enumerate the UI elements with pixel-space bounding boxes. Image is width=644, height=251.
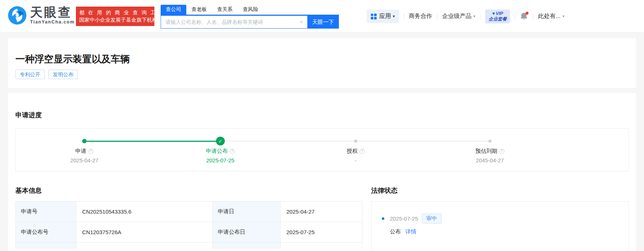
apps-grid-icon [371,14,377,19]
divider [515,14,515,19]
cell-value: 2025-07-25 [281,222,362,242]
timeline-dot-filed [82,139,87,143]
help-icon[interactable]: ? [499,149,504,154]
timeline-step-published: 申请公布? 2025-07-25 [206,148,235,163]
patent-detail-card: 申请进度 ✓ 申请? 2025-04-27 申请公布? 2025-07-25 授… [8,93,636,251]
tag-invention-publication: 发明公布 [48,70,78,79]
cell-label: 申请号 [16,202,76,222]
chevron-down-icon: ▾ [473,14,476,19]
vip-package-button[interactable]: ♥VIP 企业套餐 [485,10,510,23]
tianyancha-logo-icon [8,6,26,25]
search-tab-company[interactable]: 查公司 [161,5,186,15]
step-label: 授权 [347,148,358,155]
cell-label: 申请日 [213,202,281,222]
step-label: 预估到期 [475,148,497,155]
cell-value: CN120375726A [76,222,213,242]
logo-brand-text: 天眼查 [30,6,75,18]
search-tab-risk[interactable]: 查风险 [238,5,263,15]
promo-banner-line2: 国家中小企业发展子基金旗下机构 [79,16,151,23]
divider [437,14,438,19]
vip-label-line2: 企业套餐 [489,16,507,22]
vip-label-line1: VIP [496,11,503,16]
search-tab-relation[interactable]: 查关系 [212,5,238,15]
legal-status-detail-link[interactable]: 详情 [405,228,416,235]
search-input[interactable] [161,15,307,29]
legal-status-heading: 法律状态 [371,186,629,195]
apps-label: 应用 [379,12,391,20]
apps-menu-button[interactable]: 应用 ▾ [367,10,399,23]
timeline-check-icon: ✓ [216,137,225,145]
cell-value: 2025-04-27 [281,202,362,222]
nav-enterprise-products[interactable]: 企业级产品 ▾ [442,12,476,20]
basic-info-heading: 基本信息 [15,186,362,195]
search-tabs: 查公司 查老板 查关系 查风险 [161,5,339,15]
patent-tags: 专利公开 发明公布 [15,70,629,79]
step-date: 2025-07-25 [206,157,235,163]
divider [480,14,480,19]
timeline-dot-granted [354,140,357,143]
cell-label: 申请公布号 [16,222,76,242]
legal-status-date: 2025-07-25 [390,215,418,222]
notification-bell-button[interactable] [520,12,528,21]
promo-banner: 都 在 用 的 商 业 查 询 工 具 国家中小企业发展子基金旗下机构 [76,7,154,26]
notification-dot [526,12,528,15]
header-nav: 应用 ▾ 商务合作 企业级产品 ▾ ♥VIP 企业套餐 此处有... ▾ [367,0,564,33]
chevron-down-icon: ▾ [393,14,395,19]
timeline-step-granted: 授权? - [347,148,365,163]
patent-title: 一种浮空显示装置以及车辆 [15,53,629,64]
chevron-down-icon: ▾ [562,14,564,19]
clear-input-icon[interactable]: × [300,19,303,25]
cell-label: 申请公布日 [213,222,281,242]
vip-shield-icon: ♥ [492,11,495,16]
progress-section-heading: 申请进度 [15,111,629,119]
enterprise-products-label: 企业级产品 [442,12,472,20]
basic-info-table: 申请号 CN202510543335.6 申请日 2025-04-27 申请公布… [15,201,362,249]
search-area: 查公司 查老板 查关系 查风险 × 天眼一下 [161,5,339,29]
legal-status-box: 2025-07-25 审中 公布 详情 [371,201,629,251]
tag-patent-publication: 专利公开 [15,70,45,79]
timeline-step-filed: 申请? 2025-04-27 [70,148,99,163]
help-icon[interactable]: ? [88,149,94,154]
help-icon[interactable]: ? [230,149,235,154]
search-tab-boss[interactable]: 查老板 [186,5,212,15]
nav-business-cooperation[interactable]: 商务合作 [409,12,432,20]
top-header: 天眼查 TianYanCha.com 都 在 用 的 商 业 查 询 工 具 国… [0,0,644,33]
table-row: 申请号 CN202510543335.6 申请日 2025-04-27 [16,202,362,222]
timeline-dot-expiry [488,140,491,143]
step-date: 2025-04-27 [70,157,99,163]
divider [533,14,533,19]
timeline-track-completed [84,141,220,142]
application-progress-timeline: ✓ 申请? 2025-04-27 申请公布? 2025-07-25 授权? - … [15,128,629,171]
nav-more-menu[interactable]: 此处有... ▾ [538,12,564,20]
search-button[interactable]: 天眼一下 [307,15,339,29]
logo-domain-text: TianYanCha.com [30,19,75,25]
table-row: 申请公布号 CN120375726A 申请公布日 2025-07-25 [16,222,362,243]
table-row-partial [16,243,362,249]
status-badge: 审中 [422,214,442,224]
cell-value: CN202510543335.6 [76,202,213,222]
more-menu-label: 此处有... [538,12,560,20]
legal-status-item: 2025-07-25 审中 [382,214,628,224]
step-label: 申请 [76,148,87,155]
promo-banner-line1: 都 在 用 的 商 业 查 询 工 具 [79,9,151,16]
divider [404,14,404,19]
bullet-dot [382,217,384,220]
step-date: 2045-04-27 [475,157,504,163]
legal-status-event-row: 公布 详情 [390,228,628,235]
legal-status-event: 公布 [390,228,401,235]
tianyancha-logo[interactable]: 天眼查 TianYanCha.com [8,6,75,25]
step-label: 申请公布 [206,148,228,155]
patent-title-card: 一种浮空显示装置以及车辆 专利公开 发明公布 [8,38,636,88]
help-icon[interactable]: ? [359,149,365,154]
step-date: - [347,157,365,163]
timeline-step-estimated-expiry: 预估到期? 2045-04-27 [475,148,504,163]
